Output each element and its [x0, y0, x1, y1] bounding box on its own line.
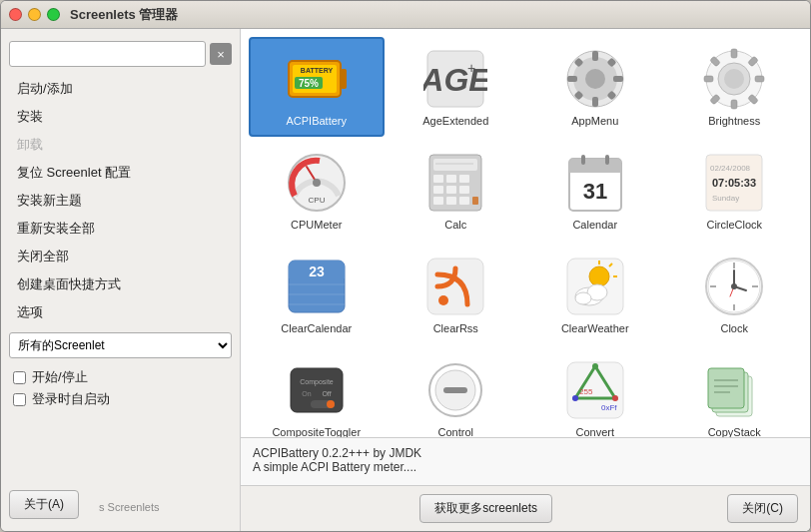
- sidebar-item-reset[interactable]: 复位 Screenlet 配置: [5, 159, 236, 187]
- sidebar-item-options[interactable]: 选项: [5, 298, 236, 326]
- brightness-icon: [702, 47, 766, 111]
- screenlet-item-circleclock[interactable]: 02/24/2008 07:05:33 Sunday CircleClock: [667, 141, 803, 241]
- search-input[interactable]: [9, 41, 206, 67]
- screenlet-name-appmenu: AppMenu: [571, 115, 618, 127]
- close-window-btn[interactable]: [9, 8, 22, 21]
- screenlet-name-clearrss: ClearRss: [433, 322, 478, 334]
- screenlet-item-brightness[interactable]: Brightness: [667, 37, 803, 137]
- screenlet-item-calc[interactable]: Calc: [389, 141, 524, 241]
- screenlet-name-clock: Clock: [720, 322, 748, 334]
- description-bar: ACPIBattery 0.2.2+++ by JMDK A simple AC…: [241, 437, 810, 485]
- svg-text:Composite: Composite: [300, 378, 334, 386]
- clearcalendar-icon: 23: [285, 255, 349, 318]
- svg-point-30: [724, 69, 744, 89]
- main-window: Screenlets 管理器 × 启动/添加 安装 卸载 复位 Screenle…: [0, 0, 811, 532]
- maximize-window-btn[interactable]: [47, 8, 60, 21]
- screenlet-item-clearweather[interactable]: ClearWeather: [527, 245, 663, 344]
- autostart-label: 开始/停止: [32, 368, 88, 386]
- sidebar-checkboxes: 开始/停止 登录时自启动: [1, 364, 240, 412]
- sidebar-bottom: 关于(A) s Screenlets: [1, 486, 240, 523]
- svg-rect-38: [433, 175, 443, 183]
- screenlet-name-brightness: Brightness: [708, 115, 760, 127]
- copystack-icon: [702, 358, 766, 422]
- svg-text:07:05:33: 07:05:33: [712, 177, 756, 189]
- svg-rect-44: [459, 186, 469, 194]
- get-more-button[interactable]: 获取更多screenlets: [419, 494, 552, 523]
- screenlet-item-calendar[interactable]: 31 Calendar: [527, 141, 663, 241]
- compositetoggler-icon: Composite On Off: [285, 358, 349, 422]
- svg-rect-11: [592, 51, 598, 61]
- screenlet-item-clock[interactable]: Clock: [667, 245, 803, 344]
- login-autostart-checkbox-label[interactable]: 登录时自启动: [13, 390, 228, 408]
- svg-text:+: +: [467, 60, 475, 76]
- screenlet-name-calendar: Calendar: [572, 219, 617, 231]
- svg-rect-49: [472, 197, 478, 205]
- sidebar-item-install[interactable]: 安装: [5, 103, 236, 131]
- svg-point-70: [589, 266, 609, 286]
- search-clear-button[interactable]: ×: [210, 43, 232, 65]
- svg-text:255: 255: [579, 387, 593, 396]
- about-button[interactable]: 关于(A): [9, 490, 79, 519]
- screenlet-item-control[interactable]: Control: [389, 348, 524, 437]
- svg-rect-39: [446, 175, 456, 183]
- screenlet-item-acpibattery[interactable]: BATTERY 75% ACPIBattery: [249, 37, 385, 137]
- svg-text:CPU: CPU: [308, 196, 325, 205]
- autostart-checkbox[interactable]: [13, 371, 26, 384]
- screenlet-name-calc: Calc: [444, 219, 466, 231]
- svg-rect-14: [613, 76, 623, 82]
- login-autostart-checkbox[interactable]: [13, 393, 26, 406]
- svg-point-86: [731, 283, 737, 289]
- svg-rect-22: [731, 100, 737, 109]
- sidebar-item-install-theme[interactable]: 安装新主题: [5, 187, 236, 215]
- calc-icon: [423, 151, 487, 215]
- main-area: BATTERY 75% ACPIBattery AGE +: [241, 29, 810, 531]
- window-controls: [9, 8, 60, 21]
- sidebar-item-reinstall-all[interactable]: 重新安装全部: [5, 215, 236, 243]
- close-button[interactable]: 关闭(C): [727, 494, 798, 523]
- svg-rect-52: [569, 167, 621, 173]
- screenlet-item-copystack[interactable]: CopyStack: [667, 348, 803, 437]
- screenlet-item-cpumeter[interactable]: CPU CPUMeter: [249, 141, 385, 241]
- svg-text:31: 31: [583, 179, 607, 204]
- svg-rect-48: [459, 197, 469, 205]
- search-row: ×: [1, 37, 240, 75]
- autostart-checkbox-label[interactable]: 开始/停止: [13, 368, 228, 386]
- sidebar-item-launch[interactable]: 启动/添加: [5, 75, 236, 103]
- screenlet-name-compositetoggler: CompositeToggler: [272, 426, 361, 437]
- minimize-window-btn[interactable]: [28, 8, 41, 21]
- screenlet-name-clearcalendar: ClearCalendar: [281, 322, 352, 334]
- description-line2: A simple ACPI Battery meter....: [253, 460, 798, 474]
- screenlet-item-compositetoggler[interactable]: Composite On Off CompositeToggler: [249, 348, 385, 437]
- control-icon: [423, 358, 487, 422]
- svg-point-68: [438, 295, 448, 305]
- titlebar: Screenlets 管理器: [1, 1, 810, 29]
- screenlet-name-control: Control: [438, 426, 473, 437]
- svg-rect-54: [605, 155, 609, 165]
- sidebar-item-close-all[interactable]: 关闭全部: [5, 243, 236, 270]
- screenlet-item-convert[interactable]: 255 0xFf Convert: [527, 348, 663, 437]
- svg-text:02/24/2008: 02/24/2008: [710, 164, 751, 173]
- screenlet-item-ageextended[interactable]: AGE + AgeExtended: [389, 37, 524, 137]
- svg-rect-47: [446, 197, 456, 205]
- svg-rect-13: [567, 76, 577, 82]
- screenlet-filter-select[interactable]: 所有的Screenlet: [9, 332, 232, 358]
- screenlet-item-clearcalendar[interactable]: 23 ClearCalendar: [249, 245, 385, 344]
- screenlet-item-appmenu[interactable]: AppMenu: [527, 37, 663, 137]
- description-line1: ACPIBattery 0.2.2+++ by JMDK: [253, 446, 798, 460]
- svg-rect-42: [433, 186, 443, 194]
- svg-rect-105: [708, 368, 744, 408]
- sidebar-item-uninstall[interactable]: 卸载: [5, 131, 236, 159]
- appmenu-icon: [563, 47, 627, 111]
- screenlet-item-clearrss[interactable]: ClearRss: [389, 245, 524, 344]
- svg-rect-43: [446, 186, 456, 194]
- sidebar-item-create-shortcut[interactable]: 创建桌面快捷方式: [5, 270, 236, 298]
- svg-text:Off: Off: [322, 390, 331, 397]
- svg-rect-24: [755, 76, 764, 82]
- screenlet-name-circleclock: CircleClock: [706, 219, 762, 231]
- screenlet-name-clearweather: ClearWeather: [561, 322, 629, 334]
- svg-rect-23: [704, 76, 713, 82]
- sidebar-menu: 启动/添加 安装 卸载 复位 Screenlet 配置 安装新主题 重新安装全部…: [1, 75, 240, 326]
- bottom-bar: 获取更多screenlets 关闭(C): [241, 485, 810, 531]
- circleclock-icon: 02/24/2008 07:05:33 Sunday: [702, 151, 766, 215]
- svg-rect-95: [443, 387, 467, 393]
